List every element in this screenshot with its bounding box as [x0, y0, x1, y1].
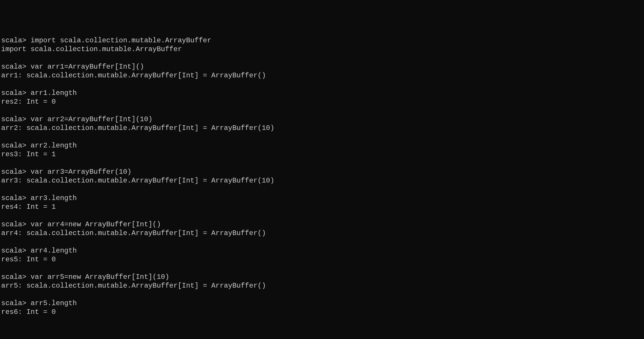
terminal-line: scala> var arr1=ArrayBuffer[Int]() — [1, 62, 643, 71]
repl-prompt: scala> — [1, 168, 31, 176]
repl-output: res4: Int = 1 — [1, 203, 56, 211]
repl-output: arr1: scala.collection.mutable.ArrayBuff… — [1, 72, 266, 79]
repl-command: arr2.length — [31, 142, 77, 149]
terminal-line: res6: Int = 0 — [1, 308, 643, 317]
repl-output: arr3: scala.collection.mutable.ArrayBuff… — [1, 177, 274, 185]
blank-line — [1, 54, 643, 62]
terminal-line: res2: Int = 0 — [1, 98, 643, 106]
repl-output: import scala.collection.mutable.ArrayBuf… — [1, 45, 182, 53]
terminal-line: arr2: scala.collection.mutable.ArrayBuff… — [1, 124, 643, 133]
terminal-line: scala> var arr4=new ArrayBuffer[Int]() — [1, 220, 643, 229]
repl-command: arr5.length — [31, 299, 77, 307]
terminal-line: arr1: scala.collection.mutable.ArrayBuff… — [1, 71, 643, 80]
repl-prompt: scala> — [1, 220, 31, 228]
blank-line — [1, 159, 643, 168]
terminal-line: import scala.collection.mutable.ArrayBuf… — [1, 45, 643, 54]
repl-output: arr5: scala.collection.mutable.ArrayBuff… — [1, 282, 266, 290]
terminal-line: scala> arr2.length — [1, 141, 643, 150]
repl-command: var arr2=ArrayBuffer[Int](10) — [31, 115, 153, 123]
repl-command: arr3.length — [31, 194, 77, 202]
terminal-line: res4: Int = 1 — [1, 203, 643, 211]
repl-prompt: scala> — [1, 247, 31, 255]
repl-output: res6: Int = 0 — [1, 308, 56, 316]
repl-command: import scala.collection.mutable.ArrayBuf… — [31, 36, 211, 44]
blank-line — [1, 211, 643, 220]
repl-command: var arr4=new ArrayBuffer[Int]() — [31, 220, 161, 228]
repl-output: arr2: scala.collection.mutable.ArrayBuff… — [1, 124, 274, 132]
repl-prompt: scala> — [1, 115, 31, 123]
terminal-line: arr3: scala.collection.mutable.ArrayBuff… — [1, 176, 643, 185]
terminal-line: scala> arr4.length — [1, 246, 643, 255]
repl-command: var arr5=new ArrayBuffer[Int](10) — [31, 273, 169, 281]
repl-output: res3: Int = 1 — [1, 150, 56, 158]
repl-prompt: scala> — [1, 63, 31, 71]
repl-output: res2: Int = 0 — [1, 98, 56, 106]
blank-line — [1, 290, 643, 299]
terminal-line: scala> var arr3=ArrayBuffer(10) — [1, 168, 643, 176]
repl-command: var arr1=ArrayBuffer[Int]() — [31, 63, 144, 71]
repl-prompt: scala> — [1, 273, 31, 281]
repl-command: var arr3=ArrayBuffer(10) — [31, 168, 132, 176]
blank-line — [1, 185, 643, 194]
repl-prompt: scala> — [1, 194, 31, 202]
blank-line — [1, 133, 643, 141]
blank-line — [1, 238, 643, 246]
terminal-line: scala> arr1.length — [1, 89, 643, 98]
blank-line — [1, 80, 643, 89]
terminal-line: scala> arr5.length — [1, 299, 643, 308]
repl-prompt: scala> — [1, 299, 31, 307]
terminal-line: arr4: scala.collection.mutable.ArrayBuff… — [1, 229, 643, 238]
terminal-line: scala> var arr5=new ArrayBuffer[Int](10) — [1, 273, 643, 281]
repl-output: arr4: scala.collection.mutable.ArrayBuff… — [1, 229, 266, 237]
terminal-line: res3: Int = 1 — [1, 150, 643, 159]
terminal-line: res5: Int = 0 — [1, 255, 643, 264]
terminal-line: scala> var arr2=ArrayBuffer[Int](10) — [1, 115, 643, 124]
terminal-line: scala> arr3.length — [1, 194, 643, 203]
repl-prompt: scala> — [1, 89, 31, 97]
repl-prompt: scala> — [1, 36, 31, 44]
repl-command: arr4.length — [31, 247, 77, 255]
blank-line — [1, 106, 643, 115]
repl-output: res5: Int = 0 — [1, 255, 56, 263]
terminal-output[interactable]: scala> import scala.collection.mutable.A… — [1, 36, 643, 317]
repl-prompt: scala> — [1, 142, 31, 149]
repl-command: arr1.length — [31, 89, 77, 97]
terminal-line: scala> import scala.collection.mutable.A… — [1, 36, 643, 45]
terminal-line: arr5: scala.collection.mutable.ArrayBuff… — [1, 281, 643, 290]
blank-line — [1, 264, 643, 273]
